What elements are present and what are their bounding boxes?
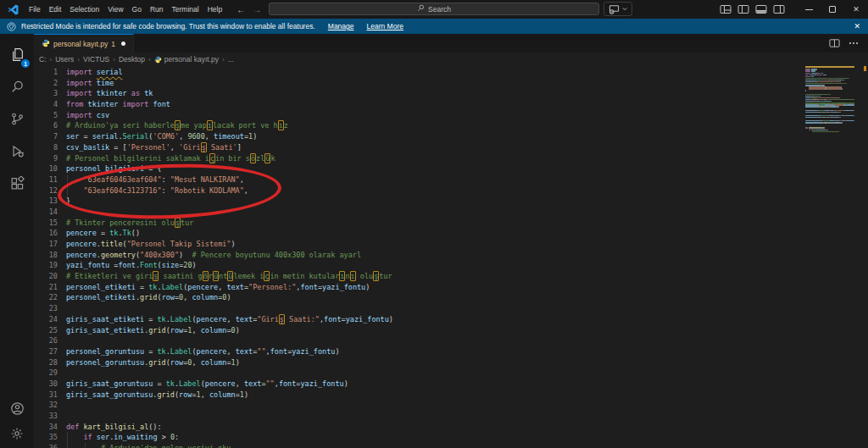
code-line[interactable]: 5import csv <box>34 110 868 121</box>
line-number: 29 <box>34 368 58 379</box>
menu-item-view[interactable]: View <box>103 5 127 14</box>
minimize-button[interactable] <box>797 0 821 19</box>
activity-bar: 1 <box>0 34 34 448</box>
line-number: 28 <box>34 357 58 368</box>
code-line[interactable]: 3import tkinter as tk <box>34 88 868 99</box>
code-line[interactable]: 6# Arduino'ya seri haberleşme yapılacak … <box>34 120 868 131</box>
code-line[interactable]: 33 <box>34 411 868 422</box>
sidebar-item-extensions[interactable] <box>0 167 34 199</box>
line-number: 5 <box>34 110 58 121</box>
scrollbar[interactable] <box>859 66 868 448</box>
customize-layout-icon[interactable] <box>720 4 732 14</box>
tab-personal-kayit[interactable]: personal kayıt.py 1 <box>34 34 134 53</box>
menu-item-selection[interactable]: Selection <box>65 5 103 14</box>
code-line[interactable]: 27personel_goruntusu = tk.Label(pencere,… <box>34 346 868 357</box>
gear-icon <box>10 427 24 440</box>
code-line[interactable]: 8csv_baslik = ['Personel', 'Giriş Saati'… <box>34 142 868 153</box>
code-line[interactable]: 18pencere.geometry("400x300") # Pencere … <box>34 250 868 261</box>
maximize-button[interactable] <box>821 0 844 19</box>
code-line[interactable]: 21personel_etiketi = tk.Label(pencere, t… <box>34 282 868 293</box>
line-number: 23 <box>34 303 58 314</box>
code-line[interactable]: 15# Tkinter penceresini oluştur <box>34 218 868 229</box>
title-bar: FileEditSelectionViewGoRunTerminalHelp ←… <box>0 0 868 19</box>
code-line[interactable]: 35 if ser.in_waiting > 0: <box>34 432 868 443</box>
menu-item-go[interactable]: Go <box>128 5 146 14</box>
code-line[interactable]: 31giris_saat_goruntusu.grid(row=1, colum… <box>34 390 868 401</box>
menu-item-run[interactable]: Run <box>146 5 168 14</box>
line-number: 26 <box>34 335 58 346</box>
learn-more-link[interactable]: Learn More <box>367 22 403 30</box>
breadcrumb: C:›Users›VICTUS›Desktop›personal kayıt.p… <box>34 53 868 66</box>
search-icon <box>417 4 425 14</box>
account-button[interactable] <box>0 395 34 421</box>
breadcrumb-item[interactable]: personal kayıt.py <box>154 55 219 64</box>
code-line[interactable]: 9# Personel bilgilerini saklamak için bi… <box>34 153 868 164</box>
files-icon <box>10 47 25 62</box>
code-line[interactable]: 36 # Arduino'dan gelen veriyi oku <box>34 443 868 448</box>
code-editor[interactable]: 1import serial2import time3import tkinte… <box>34 66 868 448</box>
menu-item-file[interactable]: File <box>25 5 45 14</box>
line-number: 34 <box>34 422 58 433</box>
code-line[interactable]: 17pencere.title("Personel Takip Sistemi"… <box>34 239 868 250</box>
settings-button[interactable] <box>0 421 34 446</box>
window-close-button[interactable]: ✕ <box>844 0 868 19</box>
back-arrow-icon[interactable]: ← <box>236 5 245 14</box>
banner-close-icon[interactable]: ✕ <box>854 22 860 30</box>
toggle-panel-icon[interactable] <box>755 4 767 14</box>
code-line[interactable]: 23 <box>34 303 868 314</box>
line-number: 17 <box>34 239 58 250</box>
tab-bar: personal kayıt.py 1 <box>34 34 868 53</box>
sidebar-item-explorer[interactable]: 1 <box>0 38 34 70</box>
code-line[interactable]: 16pencere = tk.Tk() <box>34 228 868 239</box>
minimap[interactable] <box>805 66 854 132</box>
line-number: 3 <box>34 88 58 99</box>
line-number: 6 <box>34 120 58 131</box>
code-line[interactable]: 29 <box>34 368 868 379</box>
line-number: 11 <box>34 174 58 185</box>
code-line[interactable]: 1import serial <box>34 67 868 78</box>
code-line[interactable]: 4from tkinter import font <box>34 99 868 110</box>
code-line[interactable]: 30giris_saat_goruntusu = tk.Label(pencer… <box>34 379 868 390</box>
manage-link[interactable]: Manage <box>328 22 354 30</box>
code-line[interactable]: 7ser = serial.Serial('COM6', 9600, timeo… <box>34 131 868 142</box>
indent-guide <box>85 443 86 448</box>
overview-ruler-mark <box>864 66 866 71</box>
menu-item-terminal[interactable]: Terminal <box>168 5 203 14</box>
code-line[interactable]: 26 <box>34 335 868 346</box>
explorer-badge: 1 <box>21 59 30 68</box>
code-line[interactable]: 24giris_saat_etiketi = tk.Label(pencere,… <box>34 314 868 325</box>
search-input[interactable]: Search <box>269 3 599 15</box>
breadcrumb-item[interactable]: Desktop <box>119 55 145 64</box>
forward-arrow-icon[interactable]: → <box>253 5 261 14</box>
code-line[interactable]: 2import time <box>34 78 868 89</box>
code-line[interactable]: 28personel_goruntusu.grid(row=0, column=… <box>34 357 868 368</box>
breadcrumb-item[interactable]: Users <box>55 55 74 64</box>
code-line[interactable]: 32 <box>34 400 868 411</box>
sidebar-item-search[interactable] <box>0 70 34 102</box>
python-file-icon <box>42 39 50 49</box>
breadcrumb-item[interactable]: C: <box>39 55 47 64</box>
code-line[interactable]: 20# Etiketleri ve giriş saatini görüntül… <box>34 271 868 282</box>
account-icon <box>10 401 25 416</box>
code-line[interactable]: 22personel_etiketi.grid(row=0, column=0) <box>34 292 868 303</box>
breadcrumb-item[interactable]: ... <box>228 55 234 64</box>
remote-status-button[interactable] <box>604 2 632 16</box>
breadcrumb-item[interactable]: VICTUS <box>83 55 109 64</box>
line-number: 18 <box>34 250 58 261</box>
tab-label: personal kayıt.py <box>53 40 108 48</box>
menu-bar: FileEditSelectionViewGoRunTerminalHelp <box>25 5 226 14</box>
extensions-icon <box>10 176 25 191</box>
code-line[interactable]: 34def kart_bilgisi_al(): <box>34 422 868 433</box>
toggle-secondary-sidebar-icon[interactable] <box>773 4 785 14</box>
line-number: 2 <box>34 78 58 89</box>
toggle-primary-sidebar-icon[interactable] <box>737 4 749 14</box>
sidebar-item-run-debug[interactable] <box>0 135 34 167</box>
split-editor-icon[interactable] <box>829 38 840 48</box>
code-line[interactable]: 25giris_saat_etiketi.grid(row=1, column=… <box>34 325 868 336</box>
restricted-mode-banner: Restricted Mode is intended for safe cod… <box>0 19 868 34</box>
menu-item-edit[interactable]: Edit <box>45 5 66 14</box>
sidebar-item-source-control[interactable] <box>0 102 34 135</box>
menu-item-help[interactable]: Help <box>203 5 226 14</box>
more-actions-icon[interactable] <box>849 41 859 45</box>
code-line[interactable]: 19yazi_fontu =font.Font(size=20) <box>34 260 868 271</box>
